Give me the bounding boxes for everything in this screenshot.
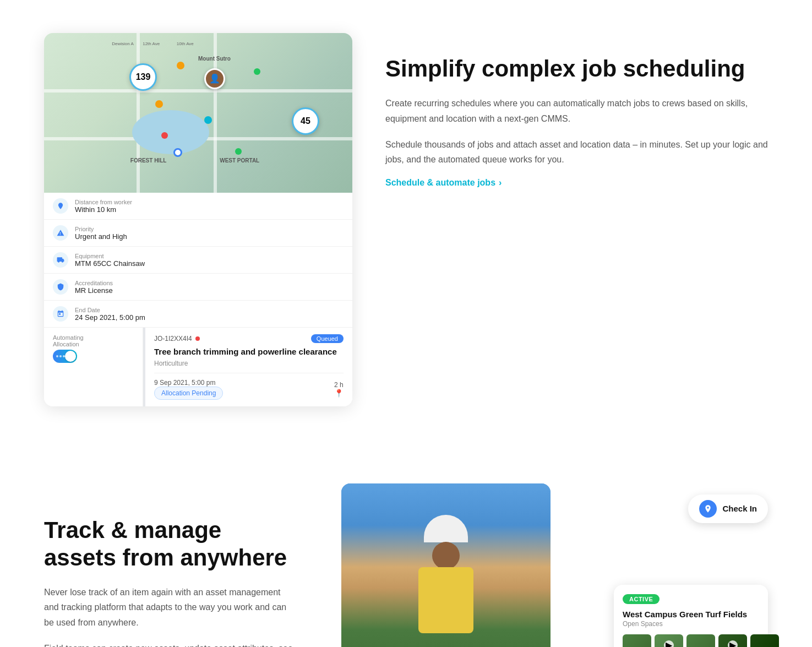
toggle-dot-1 [56,355,58,357]
street-label-1: 12th Ave [143,41,160,46]
section-job-scheduling: 12th Ave 10th Ave Dewision A FOREST HILL… [0,0,812,450]
asset-type: Open Spaces [623,620,759,628]
accreditations-value: MR License [75,286,113,295]
thumbnail-1 [623,634,651,648]
section1-heading: Simplify complex job scheduling [385,55,768,83]
map-label-mount-sutro: Mount Sutro [198,56,231,62]
equipment-value: MTM 65CC Chainsaw [75,259,145,268]
worker-face [432,542,460,569]
thumbnail-row: ▶ ▶ [623,634,759,648]
distance-value: Within 10 km [75,205,132,214]
map-label-west-portal: WEST PORTAL [220,157,259,164]
worker-helmet [424,515,468,542]
thumbnail-2: ▶ [655,634,683,648]
toggle-dot-2 [59,355,62,357]
map-dot-red-1 [161,132,168,139]
map-dot-green-2 [235,148,242,155]
asset-card-container: Check In ACTIVE West Campus Green Turf F… [341,483,768,648]
job-footer: 9 Sep 2021, 5:00 pm Allocation Pending 2… [154,373,344,400]
map-dot-orange-2 [155,100,163,108]
section2-para2: Field teams can create new assets, updat… [44,641,297,647]
map-area: 12th Ave 10th Ave Dewision A FOREST HILL… [44,33,352,193]
filter-row-priority: Priority Urgent and High [44,220,352,247]
toggle-container [53,350,134,363]
worker-avatar-pin: 👤 [204,68,225,89]
section2-para1: Never lose track of an item again with a… [44,585,297,630]
job-date: 9 Sep 2021, 5:00 pm [154,379,223,387]
section2-text: Track & manage assets from anywhere Neve… [44,483,297,648]
play-button-2[interactable]: ▶ [728,640,738,648]
accreditations-label: Accreditations [75,280,113,286]
location-icon [53,198,68,214]
map-badge-45: 45 [292,107,319,135]
job-status-dot [195,336,200,341]
filter-row-accreditations: Accreditations MR License [44,274,352,301]
filter-row-equipment: Equipment MTM 65CC Chainsaw [44,247,352,274]
map-dot-orange-1 [177,62,184,69]
asset-name: West Campus Green Turf Fields [623,610,759,619]
accreditations-icon [53,279,68,295]
thumbnail-5 [750,634,779,648]
street-label-3: Dewision A [112,41,134,46]
section1-cta[interactable]: Schedule & automate jobs › [385,178,768,188]
automating-label: AutomatingAllocation [53,334,134,347]
job-card: JO-1I2XX4I4 Queued Tree branch trimming … [143,328,352,406]
allocation-badge: Allocation Pending [154,387,223,400]
section1-para1: Create recurring schedules where you can… [385,96,768,126]
worker-photo [341,483,551,648]
play-button-1[interactable]: ▶ [664,640,674,648]
job-scheduling-ui-card: 12th Ave 10th Ave Dewision A FOREST HILL… [44,33,352,406]
worker-silhouette [341,483,551,648]
check-in-bubble: Check In [688,494,768,523]
section-asset-management: Track & manage assets from anywhere Neve… [0,450,812,648]
toggle-dot-3 [63,355,65,357]
section1-para2: Schedule thousands of jobs and attach as… [385,137,768,167]
street-label-2: 10th Ave [177,41,194,46]
worker-body [418,567,473,633]
location-pin-icon: 📍 [334,389,344,398]
asset-info-card: ACTIVE West Campus Green Turf Fields Ope… [614,585,768,648]
equipment-icon [53,252,68,268]
enddate-value: 24 Sep 2021, 5:00 pm [75,313,145,322]
thumbnail-3 [686,634,715,648]
check-in-icon [699,500,717,518]
map-lake [132,110,209,154]
priority-label: Priority [75,226,127,232]
equipment-label: Equipment [75,253,145,259]
queued-badge: Queued [311,334,344,343]
toggle-thumb [65,351,76,362]
job-header: JO-1I2XX4I4 Queued [154,334,344,343]
section1-text: Simplify complex job scheduling Create r… [385,33,768,188]
enddate-label: End Date [75,307,145,313]
distance-label: Distance from worker [75,199,132,205]
filter-panel: Distance from worker Within 10 km Priori… [44,193,352,406]
automating-box: AutomatingAllocation [44,328,143,406]
filter-row-distance: Distance from worker Within 10 km [44,193,352,220]
map-dot-teal-1 [204,116,212,124]
thumbnail-4: ▶ [718,634,747,648]
map-badge-139: 139 [129,63,157,91]
map-background: 12th Ave 10th Ave Dewision A FOREST HILL… [44,33,352,193]
job-category: Horticulture [154,360,344,367]
allocation-toggle[interactable] [53,350,77,363]
section2-heading: Track & manage assets from anywhere [44,516,297,572]
active-status-badge: ACTIVE [623,594,660,604]
job-duration: 2 h [334,381,344,389]
calendar-icon [53,306,68,322]
priority-value: Urgent and High [75,232,127,241]
map-dot-green-1 [254,68,260,75]
job-title: Tree branch trimming and powerline clear… [154,346,344,357]
priority-icon [53,225,68,241]
check-in-text: Check In [722,504,757,513]
filter-row-enddate: End Date 24 Sep 2021, 5:00 pm [44,301,352,328]
map-dot-ring-1 [173,148,182,157]
map-label-forest-hill: FOREST HILL [130,157,167,164]
chevron-right-icon: › [499,178,502,188]
bottom-row: AutomatingAllocation [44,328,352,406]
job-id: JO-1I2XX4I4 [154,335,200,342]
